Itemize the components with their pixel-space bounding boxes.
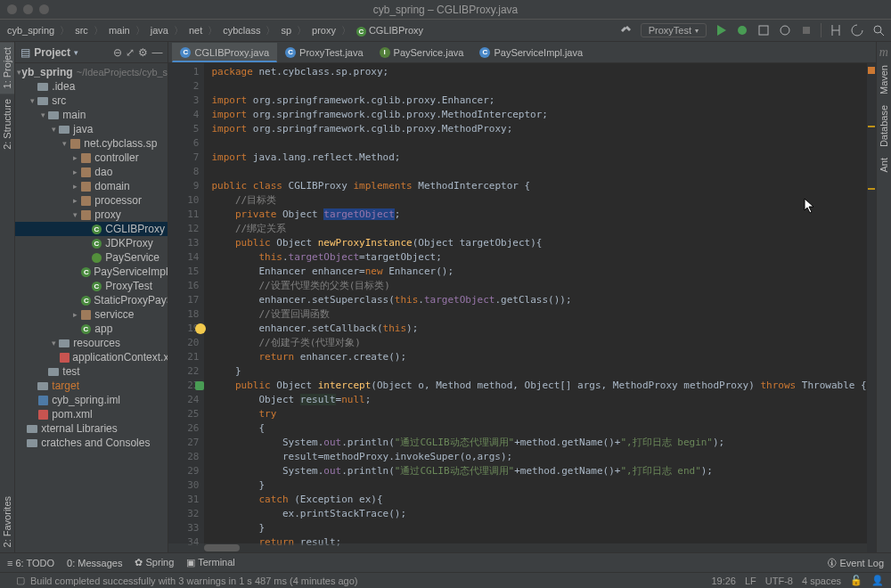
editor-tab[interactable]: IPayService.java — [372, 43, 472, 62]
line-number[interactable]: 8 — [168, 165, 199, 179]
tree-item[interactable]: PayService — [15, 250, 168, 265]
vcs-icon[interactable] — [829, 23, 843, 37]
toolwindow-icon[interactable]: ▢ — [16, 575, 25, 586]
breadcrumb-segment[interactable]: sp — [279, 25, 293, 36]
tree-item[interactable]: pom.xml — [15, 407, 168, 421]
close-icon[interactable] — [7, 4, 17, 14]
tree-item[interactable]: .idea — [15, 79, 168, 94]
breadcrumb-segment[interactable]: CCGLIBProxy — [355, 25, 425, 37]
line-number[interactable]: 19 — [168, 322, 199, 336]
breadcrumb[interactable]: cyb_spring〉src〉main〉java〉net〉cybclass〉sp… — [5, 24, 425, 37]
tree-item[interactable]: applicationContext.xml — [15, 350, 168, 364]
line-number[interactable]: 33 — [168, 521, 199, 535]
line-number[interactable]: 5 — [168, 122, 199, 136]
gear-icon[interactable]: ⚙ — [138, 46, 148, 59]
horizontal-scrollbar[interactable] — [168, 543, 866, 552]
editor-tab[interactable]: CPayServiceImpl.java — [471, 43, 591, 62]
tree-item[interactable]: test — [15, 364, 168, 379]
tree-item[interactable]: cratches and Consoles — [15, 436, 168, 450]
tree-root[interactable]: ▾ yb_spring ~/IdeaProjects/cyb_spring — [15, 65, 168, 79]
line-number[interactable]: 10 — [168, 193, 199, 208]
encoding[interactable]: UTF-8 — [765, 576, 793, 586]
profiler-icon[interactable] — [778, 23, 792, 37]
search-icon[interactable] — [871, 23, 886, 37]
line-number[interactable]: 14 — [168, 250, 199, 265]
tree-item[interactable]: ▸dao — [15, 165, 168, 179]
line-number[interactable]: 20 — [168, 336, 199, 350]
tree-item[interactable]: ▾src — [15, 94, 168, 108]
breadcrumb-segment[interactable]: java — [149, 25, 170, 36]
line-number[interactable]: 11 — [168, 208, 199, 222]
line-number[interactable]: 26 — [168, 421, 199, 436]
hide-icon[interactable]: — — [151, 46, 162, 59]
line-number[interactable]: 28 — [168, 450, 199, 464]
debug-icon[interactable] — [735, 23, 749, 37]
hammer-icon[interactable] — [619, 23, 634, 37]
line-number[interactable]: 21 — [168, 350, 199, 364]
tree-item[interactable]: CCGLIBProxy — [15, 222, 168, 236]
line-number[interactable]: 16 — [168, 279, 199, 293]
collapse-icon[interactable]: ⊖ — [113, 46, 122, 59]
line-number[interactable]: 1 — [168, 65, 199, 79]
line-ending[interactable]: LF — [745, 576, 756, 586]
editor-body[interactable]: 1234567891011121314151617181920212223242… — [168, 63, 875, 552]
chevron-down-icon[interactable]: ▾ — [28, 96, 37, 105]
error-stripe[interactable] — [867, 63, 876, 552]
tab-structure[interactable]: 2: Structure — [0, 94, 14, 155]
line-number[interactable]: 31 — [168, 493, 199, 507]
tab-database[interactable]: Database — [877, 100, 891, 152]
inspections-icon[interactable]: 👤 — [871, 575, 884, 586]
editor-tab[interactable]: CProxyTest.java — [277, 43, 372, 62]
run-icon[interactable] — [714, 23, 728, 37]
code-area[interactable]: package net.cybclass.sp.proxy; import or… — [204, 63, 866, 552]
warning-marker[interactable] — [868, 67, 875, 74]
chevron-right-icon[interactable]: ▸ — [70, 153, 79, 162]
breadcrumb-segment[interactable]: cyb_spring — [5, 25, 56, 36]
warning-marker[interactable] — [868, 126, 875, 127]
line-number[interactable]: 27 — [168, 436, 199, 450]
line-number[interactable]: 4 — [168, 108, 199, 122]
tab-spring[interactable]: ✿ Spring — [135, 557, 174, 568]
chevron-right-icon[interactable]: ▸ — [70, 167, 79, 176]
chevron-down-icon[interactable]: ▾ — [49, 125, 58, 134]
chevron-right-icon[interactable]: ▸ — [70, 196, 79, 205]
chevron-down-icon[interactable]: ▾ — [70, 210, 79, 219]
chevron-down-icon[interactable]: ▾ — [60, 139, 69, 148]
chevron-right-icon[interactable]: ▸ — [70, 310, 79, 319]
tree-item[interactable]: ▸servicce — [15, 307, 168, 322]
breadcrumb-segment[interactable]: proxy — [310, 25, 338, 36]
tree-item[interactable]: target — [15, 379, 168, 393]
tree-item[interactable]: ▾java — [15, 122, 168, 136]
line-gutter[interactable]: 1234567891011121314151617181920212223242… — [168, 63, 204, 552]
chevron-down-icon[interactable]: ▾ — [49, 339, 58, 347]
line-number[interactable]: 7 — [168, 151, 199, 165]
chevron-down-icon[interactable]: ▾ — [74, 48, 78, 57]
line-number[interactable]: 15 — [168, 265, 199, 279]
tree-item[interactable]: CProxyTest — [15, 279, 168, 293]
warning-marker[interactable] — [868, 188, 875, 190]
line-number[interactable]: 13 — [168, 236, 199, 250]
line-number[interactable]: 3 — [168, 94, 199, 108]
scrollbar-thumb[interactable] — [204, 544, 240, 551]
tree-item[interactable]: CStaticProxyPayServiceImpl — [15, 293, 168, 307]
line-number[interactable]: 29 — [168, 464, 199, 478]
tab-todo[interactable]: ≡ 6: TODO — [7, 558, 54, 568]
maven-icon[interactable]: m — [879, 42, 888, 60]
tree-item[interactable]: ▾proxy — [15, 208, 168, 222]
editor-tab[interactable]: CCGLIBProxy.java — [172, 43, 277, 62]
tree-item[interactable]: ▾main — [15, 108, 168, 122]
line-number[interactable]: 25 — [168, 407, 199, 421]
line-number[interactable]: 18 — [168, 307, 199, 322]
tree-item[interactable]: CPayServiceImpl — [15, 265, 168, 279]
update-icon[interactable] — [850, 23, 864, 37]
tree-item[interactable]: ▾resources — [15, 336, 168, 350]
override-icon[interactable] — [195, 381, 204, 390]
line-number[interactable]: 22 — [168, 364, 199, 379]
breadcrumb-segment[interactable]: main — [107, 25, 132, 36]
tab-ant[interactable]: Ant — [877, 152, 891, 178]
breadcrumb-segment[interactable]: net — [187, 25, 204, 36]
line-number[interactable]: 23 — [168, 379, 199, 393]
tab-event-log[interactable]: 🛈 Event Log — [827, 558, 884, 568]
run-config-selector[interactable]: ProxyTest ▾ — [641, 23, 707, 37]
tree-item[interactable]: ▸processor — [15, 193, 168, 208]
